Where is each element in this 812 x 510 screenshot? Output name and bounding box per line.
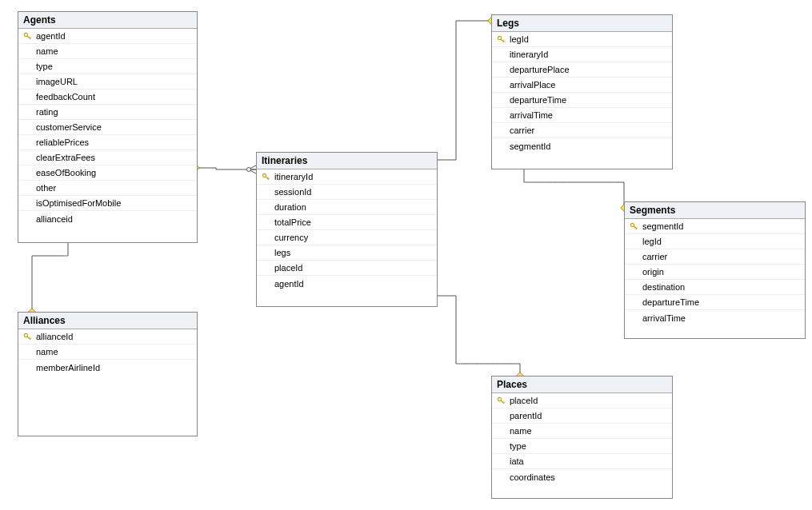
entity-alliances-title: Alliances — [18, 313, 197, 329]
column-name: currency — [273, 233, 308, 242]
column-name: carrier — [508, 126, 534, 135]
entity-agents[interactable]: Agents agentIdnametypeimageURLfeedbackCo… — [18, 11, 198, 243]
column-row[interactable]: legId — [625, 234, 805, 249]
column-name: name — [34, 347, 58, 357]
entity-agents-title: Agents — [18, 12, 197, 29]
column-row[interactable]: segmentId — [492, 138, 672, 153]
column-row[interactable]: sessionId — [257, 185, 437, 200]
column-name: departureTime — [508, 95, 566, 105]
column-row[interactable]: totalPrice — [257, 215, 437, 230]
column-name: departurePlace — [508, 65, 570, 74]
column-name: origin — [641, 267, 664, 277]
column-row[interactable]: memberAirlineId — [18, 360, 197, 375]
column-row[interactable]: departureTime — [625, 295, 805, 310]
column-row[interactable]: departurePlace — [492, 62, 672, 78]
column-row[interactable]: segmentId — [625, 219, 805, 234]
entity-alliances-body: allianceIdnamememberAirlineId — [18, 329, 197, 375]
column-name: legId — [641, 237, 662, 246]
column-name: memberAirlineId — [34, 363, 100, 373]
column-name: allianceid — [34, 214, 73, 224]
primary-key-icon — [626, 222, 641, 231]
column-row[interactable]: allianceId — [18, 329, 197, 345]
column-name: imageURL — [34, 77, 78, 86]
column-row[interactable]: type — [492, 439, 672, 454]
entity-legs[interactable]: Legs legIditineraryIddeparturePlacearriv… — [491, 14, 673, 169]
column-name: placeId — [273, 263, 302, 273]
column-row[interactable]: name — [492, 424, 672, 439]
column-name: other — [34, 183, 56, 193]
column-row[interactable]: duration — [257, 200, 437, 215]
column-name: itineraryId — [273, 172, 313, 181]
column-name: legId — [508, 34, 529, 44]
column-name: iata — [508, 456, 524, 466]
entity-legs-body: legIditineraryIddeparturePlacearrivalPla… — [492, 32, 672, 153]
column-row[interactable]: departureTime — [492, 93, 672, 108]
column-row[interactable]: allianceid — [18, 211, 197, 226]
connector-itineraries-places — [436, 296, 520, 376]
entity-places-title: Places — [492, 377, 672, 393]
column-name: parentId — [508, 411, 542, 420]
column-name: customerService — [34, 122, 102, 132]
column-row[interactable]: arrivalTime — [492, 108, 672, 123]
column-name: type — [508, 441, 526, 451]
column-row[interactable]: currency — [257, 230, 437, 245]
column-name: itineraryId — [508, 50, 548, 59]
column-row[interactable]: arrivalTime — [625, 310, 805, 325]
column-row[interactable]: carrier — [492, 123, 672, 138]
column-row[interactable]: agentId — [257, 276, 437, 291]
column-row[interactable]: placeId — [492, 393, 672, 408]
column-row[interactable]: coordinates — [492, 469, 672, 484]
column-name: sessionId — [273, 187, 311, 197]
column-row[interactable]: iata — [492, 454, 672, 469]
column-name: departureTime — [641, 297, 699, 307]
column-row[interactable]: reliablePrices — [18, 135, 197, 150]
connector-agents-itineraries — [196, 168, 256, 169]
primary-key-icon — [494, 35, 508, 44]
column-row[interactable]: parentId — [492, 408, 672, 424]
entity-legs-title: Legs — [492, 15, 672, 32]
connector-itineraries-legs — [436, 21, 491, 160]
column-row[interactable]: clearExtraFees — [18, 150, 197, 165]
column-name: duration — [273, 202, 306, 212]
entity-itineraries-title: Itineraries — [257, 153, 437, 169]
column-row[interactable]: arrivalPlace — [492, 78, 672, 93]
entity-segments-body: segmentIdlegIdcarrierorigindestinationde… — [625, 219, 805, 325]
column-name: name — [34, 46, 58, 56]
column-row[interactable]: itineraryId — [257, 169, 437, 185]
column-row[interactable]: type — [18, 59, 197, 74]
column-row[interactable]: other — [18, 181, 197, 196]
column-row[interactable]: isOptimisedForMobile — [18, 196, 197, 211]
column-name: agentId — [34, 31, 66, 41]
column-row[interactable]: carrier — [625, 249, 805, 265]
column-name: legs — [273, 248, 290, 257]
column-row[interactable]: placeId — [257, 261, 437, 276]
column-name: arrivalTime — [508, 110, 553, 120]
column-row[interactable]: origin — [625, 265, 805, 280]
column-row[interactable]: agentId — [18, 29, 197, 44]
column-row[interactable]: itineraryId — [492, 47, 672, 62]
column-row[interactable]: name — [18, 44, 197, 59]
column-name: agentId — [273, 279, 304, 289]
entity-segments[interactable]: Segments segmentIdlegIdcarrierorigindest… — [624, 201, 806, 339]
connector-agents-alliances — [32, 241, 68, 312]
column-row[interactable]: imageURL — [18, 74, 197, 90]
column-name: coordinates — [508, 472, 555, 482]
entity-itineraries[interactable]: Itineraries itineraryIdsessionIdduration… — [256, 152, 438, 307]
column-name: placeId — [508, 396, 538, 405]
column-name: segmentId — [641, 221, 683, 231]
column-name: name — [508, 426, 532, 436]
column-row[interactable]: easeOfBooking — [18, 165, 197, 181]
entity-alliances[interactable]: Alliances allianceIdnamememberAirlineId — [18, 312, 198, 436]
column-name: allianceId — [34, 332, 73, 341]
column-name: isOptimisedForMobile — [34, 198, 121, 208]
column-name: reliablePrices — [34, 137, 89, 147]
column-row[interactable]: name — [18, 345, 197, 360]
column-row[interactable]: legs — [257, 245, 437, 261]
column-row[interactable]: customerService — [18, 120, 197, 135]
column-row[interactable]: legId — [492, 32, 672, 47]
column-row[interactable]: feedbackCount — [18, 90, 197, 105]
column-row[interactable]: rating — [18, 105, 197, 120]
column-row[interactable]: destination — [625, 280, 805, 295]
entity-places[interactable]: Places placeIdparentIdnametypeiatacoordi… — [491, 376, 673, 499]
column-name: arrivalTime — [641, 313, 686, 323]
